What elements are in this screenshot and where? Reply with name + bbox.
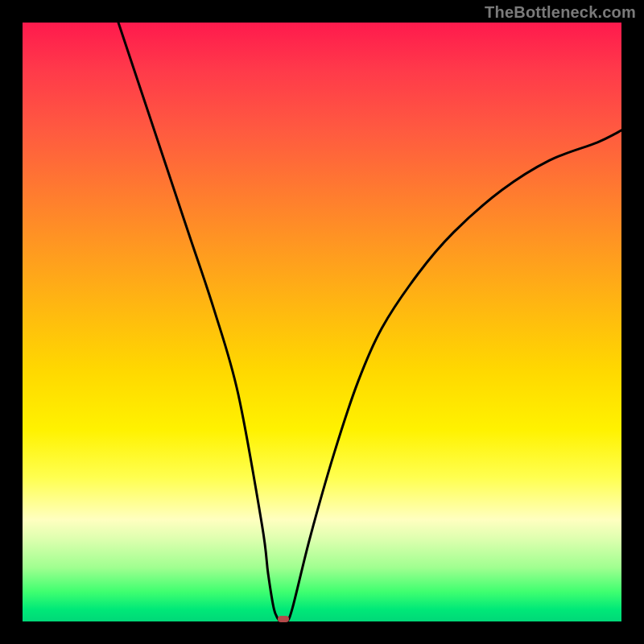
- chart-frame: TheBottleneck.com: [0, 0, 644, 644]
- watermark-text: TheBottleneck.com: [485, 3, 636, 22]
- optimal-marker: [278, 616, 289, 622]
- curve-svg: [23, 23, 621, 621]
- bottleneck-curve: [118, 23, 621, 621]
- plot-area: [23, 23, 621, 621]
